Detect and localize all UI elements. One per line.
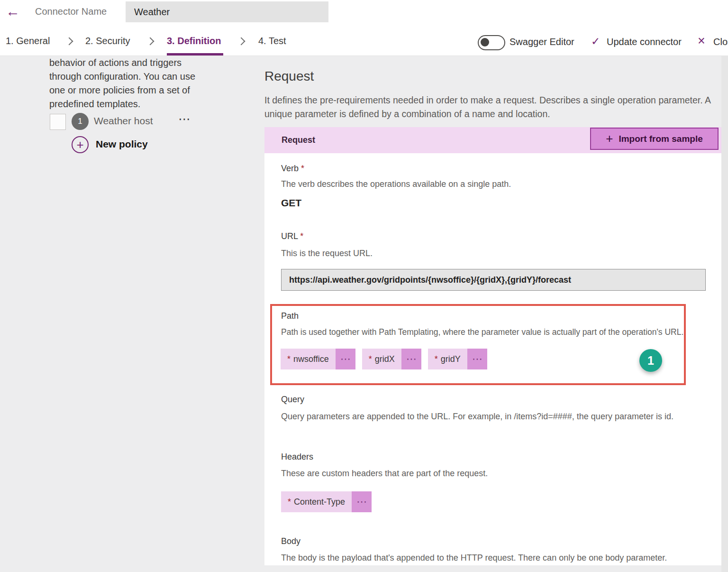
verb-label-text: Verb <box>281 164 299 173</box>
tab-test[interactable]: 4. Test <box>258 36 286 46</box>
url-description: This is the request URL. <box>281 249 373 258</box>
request-panel: Request + Import from sample Verb * The … <box>264 127 721 565</box>
param-name: gridY <box>441 354 461 364</box>
param-chip-gridx[interactable]: * gridX ⋯ <box>362 349 421 369</box>
policy-checkbox[interactable] <box>50 114 66 130</box>
close-button[interactable]: Close <box>713 37 728 47</box>
annotation-badge-1: 1 <box>639 349 662 372</box>
body-label: Body <box>281 536 300 546</box>
chevron-right-icon <box>146 37 155 46</box>
tab-definition[interactable]: 3. Definition <box>167 36 221 46</box>
query-description: Query parameters are appended to the URL… <box>281 412 673 422</box>
new-policy-plus-icon[interactable]: + <box>72 136 89 153</box>
url-label: URL * <box>281 231 303 241</box>
param-menu-icon[interactable]: ⋯ <box>336 349 355 369</box>
plus-icon: + <box>606 131 613 146</box>
swagger-editor-label: Swagger Editor <box>510 37 574 47</box>
chevron-right-icon <box>237 37 246 46</box>
param-chip-nwsoffice[interactable]: * nwsoffice ⋯ <box>281 349 355 369</box>
param-name: gridX <box>375 354 395 364</box>
required-marker: * <box>287 354 291 364</box>
verb-label: Verb * <box>281 164 304 174</box>
chevron-right-icon <box>65 37 73 46</box>
toggle-knob <box>481 38 489 46</box>
required-marker: * <box>369 354 372 364</box>
title-bar: ← Connector Name <box>0 0 728 24</box>
param-menu-icon[interactable]: ⋯ <box>467 349 487 369</box>
request-banner-label: Request <box>282 135 315 145</box>
request-section-title: Request <box>264 69 314 84</box>
param-chip-label: * nwsoffice <box>281 349 336 369</box>
swagger-editor-toggle[interactable] <box>478 35 505 50</box>
headers-description: These are custom headers that are part o… <box>281 469 488 479</box>
header-params-row: * Content-Type ⋯ <box>281 491 372 512</box>
import-from-sample-button[interactable]: + Import from sample <box>590 128 719 150</box>
param-name: Content-Type <box>294 497 345 507</box>
request-section-description: It defines the pre-requirements needed i… <box>264 93 728 121</box>
tab-general[interactable]: 1. General <box>6 36 50 46</box>
back-icon[interactable]: ← <box>6 2 20 21</box>
param-chip-content-type[interactable]: * Content-Type ⋯ <box>281 491 372 512</box>
param-chip-label: * Content-Type <box>281 491 352 512</box>
close-icon[interactable]: × <box>698 34 705 48</box>
import-from-sample-label: Import from sample <box>619 134 702 144</box>
param-name: nwsoffice <box>293 354 329 364</box>
wizard-step-bar: 1. General 2. Security 3. Definition 4. … <box>0 24 728 56</box>
path-description: Path is used together with Path Templati… <box>281 327 683 337</box>
param-chip-label: * gridX <box>362 349 401 369</box>
annotation-box <box>270 304 686 385</box>
connector-name-label: Connector Name <box>35 6 107 17</box>
active-tab-underline <box>167 53 223 55</box>
query-label: Query <box>281 395 304 405</box>
verb-value: GET <box>281 197 301 209</box>
policy-item-weather-host[interactable]: Weather host <box>94 115 153 127</box>
param-menu-icon[interactable]: ⋯ <box>401 349 421 369</box>
new-policy-button[interactable]: New policy <box>96 138 148 150</box>
policies-description: behavior of actions and triggers through… <box>49 56 202 111</box>
required-marker: * <box>300 231 303 241</box>
request-url-input[interactable] <box>281 269 706 291</box>
policy-index-badge: 1 <box>72 113 89 130</box>
connector-name-input[interactable] <box>126 1 328 22</box>
param-chip-label: * gridY <box>428 349 467 369</box>
headers-label: Headers <box>281 452 313 462</box>
required-marker: * <box>301 164 304 173</box>
param-menu-icon[interactable]: ⋯ <box>352 491 372 512</box>
connector-editor: ← Connector Name 1. General 2. Security … <box>0 0 728 572</box>
required-marker: * <box>435 354 438 364</box>
update-connector-button[interactable]: Update connector <box>607 37 682 47</box>
url-label-text: URL <box>281 231 298 241</box>
check-icon: ✓ <box>591 35 600 48</box>
required-marker: * <box>288 497 291 507</box>
body-description: The body is the payload that's appended … <box>281 553 667 563</box>
param-chip-gridy[interactable]: * gridY ⋯ <box>428 349 487 369</box>
verb-description: The verb describes the operations availa… <box>281 179 511 189</box>
tab-security[interactable]: 2. Security <box>85 36 130 46</box>
policy-menu-icon[interactable]: ⋯ <box>178 112 191 127</box>
path-label: Path <box>281 311 299 321</box>
scrollbar[interactable] <box>721 55 728 572</box>
path-params-row: * nwsoffice ⋯ * gridX ⋯ * gridY ⋯ <box>281 349 487 369</box>
